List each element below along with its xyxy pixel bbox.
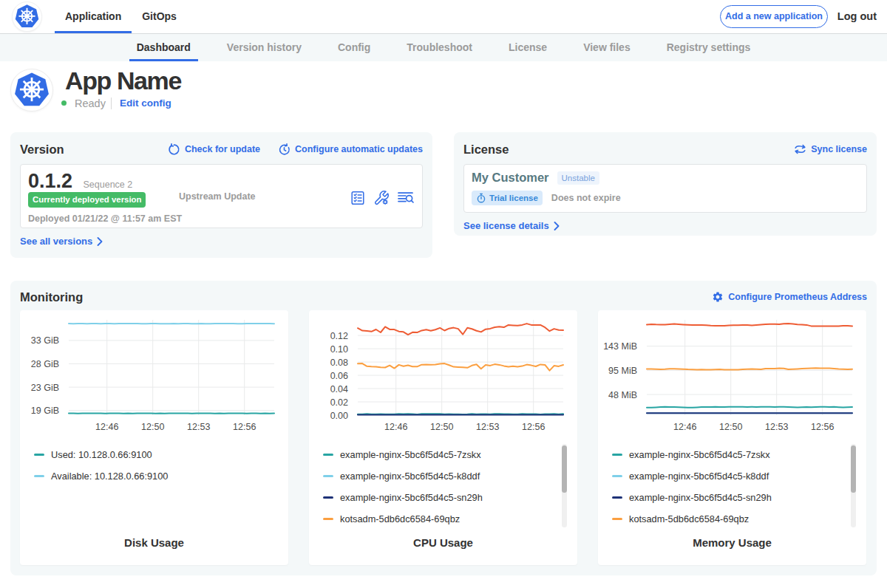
top-nav-tab-gitops[interactable]: GitOps (132, 0, 187, 33)
legend-swatch (612, 496, 622, 499)
current-version-box: 0.1.2 Sequence 2 Currently deployed vers… (20, 164, 423, 228)
legend-item[interactable]: example-nginx-5bc6f5d4c5-sn29h (612, 487, 844, 508)
nav-logo (12, 1, 42, 32)
svg-text:0.10: 0.10 (330, 344, 348, 355)
svg-text:0.02: 0.02 (330, 397, 348, 408)
svg-text:12:46: 12:46 (95, 422, 118, 432)
configure-automatic-updates-link[interactable]: Configure automatic updates (278, 143, 423, 156)
status-text: Ready (75, 98, 106, 109)
legend-swatch (34, 475, 44, 477)
legend-label: example-nginx-5bc6f5d4c5-7zskx (340, 449, 481, 460)
refresh-icon (168, 143, 180, 156)
legend-item[interactable]: example-nginx-5bc6f5d4c5-k8ddf (323, 465, 555, 487)
chart-title: Disk Usage (20, 536, 288, 549)
legend-swatch (612, 475, 622, 477)
top-nav-tabs: ApplicationGitOps (55, 0, 187, 33)
sub-nav-tab-view-files[interactable]: View files (576, 34, 638, 61)
see-license-details-link[interactable]: See license details (463, 220, 560, 231)
svg-text:12:56: 12:56 (233, 422, 256, 432)
legend-item[interactable]: example-nginx-5bc6f5d4c5-7zskx (612, 444, 844, 465)
customer-name: My Customer (472, 171, 549, 185)
svg-text:12:56: 12:56 (522, 422, 545, 432)
legend-swatch (612, 518, 622, 520)
sub-nav-tab-version-history[interactable]: Version history (220, 34, 309, 61)
edit-config-link[interactable]: Edit config (120, 98, 171, 109)
top-nav: ApplicationGitOps Add a new application … (0, 0, 887, 33)
sub-nav-tab-label: Troubleshoot (407, 41, 472, 53)
svg-text:33 GiB: 33 GiB (31, 335, 59, 346)
svg-text:0.06: 0.06 (330, 371, 348, 381)
sub-nav-tab-registry-settings[interactable]: Registry settings (659, 34, 758, 61)
monitoring-title: Monitoring (20, 290, 83, 304)
version-number: 0.1.2 (28, 171, 72, 191)
version-card-links: Check for update Configure automatic upd… (168, 143, 423, 156)
legend-swatch (323, 518, 333, 520)
version-sequence: Sequence 2 (84, 180, 133, 190)
deploy-logs-icon[interactable] (397, 190, 415, 209)
preflight-checklist-icon[interactable] (350, 190, 366, 209)
version-card: Version Check for update Configure au (10, 132, 432, 258)
svg-text:0.12: 0.12 (330, 331, 348, 341)
active-tab-underline (129, 59, 198, 61)
configure-automatic-updates-label: Configure automatic updates (295, 144, 423, 154)
sub-nav-tabs: DashboardVersion historyConfigTroublesho… (129, 34, 758, 61)
trial-license-badge: Trial license (472, 191, 543, 205)
legend-item[interactable]: kotsadm-5db6dc6584-69qbz (612, 508, 844, 530)
legend-label: kotsadm-5db6dc6584-69qbz (340, 513, 460, 524)
see-all-versions-link[interactable]: See all versions (20, 236, 103, 247)
legend-item[interactable]: Used: 10.128.0.66:9100 (34, 444, 266, 465)
svg-text:12:46: 12:46 (673, 422, 696, 432)
logout-button[interactable]: Log out (837, 0, 877, 33)
add-application-button[interactable]: Add a new application (720, 5, 828, 28)
legend-label: example-nginx-5bc6f5d4c5-sn29h (340, 492, 483, 503)
channel-badge: Unstable (557, 171, 599, 185)
chart-title: Memory Usage (598, 536, 866, 549)
sub-nav-tab-label: Version history (227, 41, 302, 53)
page: ApplicationGitOps Add a new application … (0, 0, 887, 588)
line-chart-cpu-usage: 0.000.020.040.060.080.100.1212:4612:5012… (309, 310, 577, 437)
app-name-title: App Name (65, 68, 181, 93)
status-ready-dot (61, 100, 67, 106)
license-box: My Customer Unstable Trial license Does … (463, 164, 867, 213)
svg-text:95 MiB: 95 MiB (608, 366, 637, 376)
license-card-title: License (463, 142, 509, 157)
see-license-details-label: See license details (463, 220, 549, 231)
sub-nav-tab-dashboard[interactable]: Dashboard (129, 34, 198, 61)
svg-text:48 MiB: 48 MiB (608, 390, 637, 400)
version-action-icons (350, 190, 415, 209)
legend-item[interactable]: Available: 10.128.0.66:9100 (34, 465, 266, 487)
sub-nav-tab-license[interactable]: License (501, 34, 554, 61)
legend-scrollbar-thumb[interactable] (851, 445, 856, 493)
svg-text:23 GiB: 23 GiB (31, 383, 59, 393)
wrench-gear-icon[interactable] (373, 190, 390, 209)
deployed-timestamp: Deployed 01/21/22 @ 11:57 am EST (28, 213, 415, 224)
monitoring-card: Monitoring Configure Prometheus Address … (10, 281, 877, 575)
sync-license-label: Sync license (811, 144, 867, 154)
configure-prometheus-link[interactable]: Configure Prometheus Address (712, 291, 867, 303)
top-nav-tab-application[interactable]: Application (55, 0, 132, 33)
status-divider (111, 98, 112, 109)
legend-scrollbar-thumb[interactable] (562, 445, 567, 493)
chart-legend: example-nginx-5bc6f5d4c5-7zskxexample-ng… (323, 444, 555, 530)
legend-item[interactable]: example-nginx-5bc6f5d4c5-7zskx (323, 444, 555, 465)
legend-item[interactable]: example-nginx-5bc6f5d4c5-k8ddf (612, 465, 844, 487)
svg-text:12:50: 12:50 (141, 422, 164, 432)
svg-text:12:53: 12:53 (476, 422, 499, 432)
license-card: License Sync license My Customer Unstabl… (454, 132, 877, 236)
legend-item[interactable]: example-nginx-5bc6f5d4c5-sn29h (323, 487, 555, 508)
sub-nav-tab-label: License (509, 41, 547, 53)
sub-nav-tab-config[interactable]: Config (330, 34, 378, 61)
legend-scrollbar[interactable] (851, 444, 856, 527)
check-for-update-link[interactable]: Check for update (168, 143, 260, 156)
svg-text:12:50: 12:50 (719, 422, 742, 432)
svg-text:12:53: 12:53 (187, 422, 210, 432)
sync-license-link[interactable]: Sync license (794, 143, 867, 155)
legend-scrollbar[interactable] (562, 444, 567, 527)
legend-item[interactable]: kotsadm-5db6dc6584-69qbz (323, 508, 555, 530)
monitoring-header: Monitoring Configure Prometheus Address (20, 290, 867, 304)
stopwatch-icon (476, 193, 486, 203)
legend-label: example-nginx-5bc6f5d4c5-sn29h (629, 492, 772, 503)
svg-text:143 MiB: 143 MiB (603, 341, 637, 352)
sub-nav-tab-troubleshoot[interactable]: Troubleshoot (399, 34, 480, 61)
svg-text:12:53: 12:53 (765, 422, 788, 432)
